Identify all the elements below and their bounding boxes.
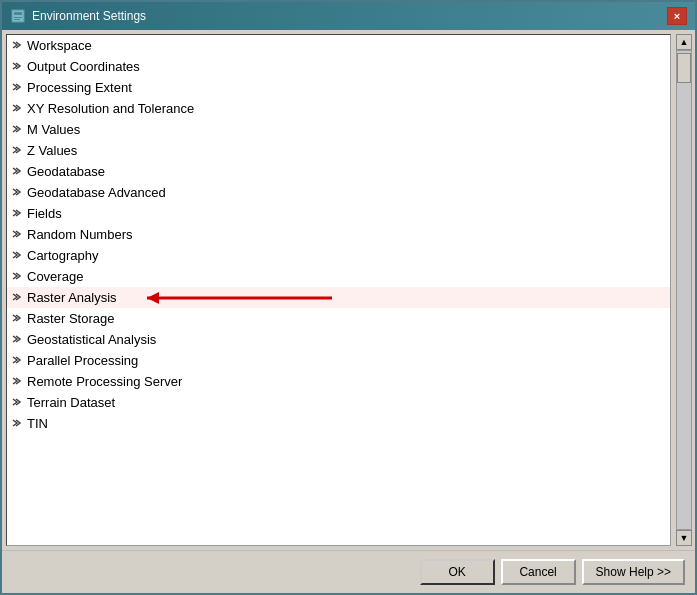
list-item-label-parallel-processing: Parallel Processing [27, 353, 138, 368]
dialog-icon [10, 8, 26, 24]
list-item-terrain-dataset[interactable]: Terrain Dataset [7, 392, 670, 413]
svg-rect-0 [12, 10, 24, 22]
svg-rect-3 [14, 19, 20, 20]
list-item-label-tin: TIN [27, 416, 48, 431]
list-item-workspace[interactable]: Workspace [7, 35, 670, 56]
expand-icon-remote-processing-server [11, 376, 23, 388]
list-item-label-processing-extent: Processing Extent [27, 80, 132, 95]
content-area: WorkspaceOutput CoordinatesProcessing Ex… [2, 30, 695, 550]
svg-rect-1 [14, 12, 22, 15]
list-item-m-values[interactable]: M Values [7, 119, 670, 140]
expand-icon-m-values [11, 124, 23, 136]
scrollbar[interactable]: ▲ ▼ [675, 34, 693, 546]
environment-settings-dialog: Environment Settings × WorkspaceOutput C… [0, 0, 697, 595]
footer: OK Cancel Show Help >> [2, 550, 695, 593]
expand-icon-raster-storage [11, 313, 23, 325]
expand-icon-cartography [11, 250, 23, 262]
expand-icon-tin [11, 418, 23, 430]
list-item-label-remote-processing-server: Remote Processing Server [27, 374, 182, 389]
list-item-geodatabase[interactable]: Geodatabase [7, 161, 670, 182]
expand-icon-coverage [11, 271, 23, 283]
list-item-label-m-values: M Values [27, 122, 80, 137]
list-item-cartography[interactable]: Cartography [7, 245, 670, 266]
svg-marker-5 [147, 292, 159, 304]
ok-button[interactable]: OK [420, 559, 495, 585]
expand-icon-raster-analysis [11, 292, 23, 304]
svg-rect-2 [14, 17, 22, 18]
list-item-processing-extent[interactable]: Processing Extent [7, 77, 670, 98]
title-bar-left: Environment Settings [10, 8, 146, 24]
list-item-raster-analysis[interactable]: Raster Analysis [7, 287, 670, 308]
list-item-coverage[interactable]: Coverage [7, 266, 670, 287]
settings-list[interactable]: WorkspaceOutput CoordinatesProcessing Ex… [6, 34, 671, 546]
list-item-geostatistical-analysis[interactable]: Geostatistical Analysis [7, 329, 670, 350]
list-item-output-coordinates[interactable]: Output Coordinates [7, 56, 670, 77]
expand-icon-output-coordinates [11, 61, 23, 73]
expand-icon-xy-resolution [11, 103, 23, 115]
list-item-label-random-numbers: Random Numbers [27, 227, 133, 242]
list-item-label-fields: Fields [27, 206, 62, 221]
list-item-z-values[interactable]: Z Values [7, 140, 670, 161]
scroll-up-button[interactable]: ▲ [676, 34, 692, 50]
expand-icon-processing-extent [11, 82, 23, 94]
expand-icon-random-numbers [11, 229, 23, 241]
list-item-xy-resolution[interactable]: XY Resolution and Tolerance [7, 98, 670, 119]
expand-icon-fields [11, 208, 23, 220]
expand-icon-z-values [11, 145, 23, 157]
cancel-button[interactable]: Cancel [501, 559, 576, 585]
list-item-label-workspace: Workspace [27, 38, 92, 53]
show-help-button[interactable]: Show Help >> [582, 559, 685, 585]
scroll-thumb[interactable] [677, 53, 691, 83]
expand-icon-geodatabase-advanced [11, 187, 23, 199]
list-item-parallel-processing[interactable]: Parallel Processing [7, 350, 670, 371]
list-item-random-numbers[interactable]: Random Numbers [7, 224, 670, 245]
close-button[interactable]: × [667, 7, 687, 25]
expand-icon-terrain-dataset [11, 397, 23, 409]
scroll-track[interactable] [676, 50, 692, 530]
list-item-remote-processing-server[interactable]: Remote Processing Server [7, 371, 670, 392]
list-item-label-raster-analysis: Raster Analysis [27, 290, 117, 305]
list-item-tin[interactable]: TIN [7, 413, 670, 434]
list-item-label-raster-storage: Raster Storage [27, 311, 114, 326]
expand-icon-workspace [11, 40, 23, 52]
list-item-raster-storage[interactable]: Raster Storage [7, 308, 670, 329]
dialog-title: Environment Settings [32, 9, 146, 23]
expand-icon-parallel-processing [11, 355, 23, 367]
list-item-label-geodatabase-advanced: Geodatabase Advanced [27, 185, 166, 200]
list-item-fields[interactable]: Fields [7, 203, 670, 224]
raster-analysis-arrow [137, 286, 337, 310]
list-item-label-xy-resolution: XY Resolution and Tolerance [27, 101, 194, 116]
list-item-label-geostatistical-analysis: Geostatistical Analysis [27, 332, 156, 347]
list-item-geodatabase-advanced[interactable]: Geodatabase Advanced [7, 182, 670, 203]
list-item-label-terrain-dataset: Terrain Dataset [27, 395, 115, 410]
expand-icon-geodatabase [11, 166, 23, 178]
list-item-label-geodatabase: Geodatabase [27, 164, 105, 179]
list-item-label-z-values: Z Values [27, 143, 77, 158]
list-item-label-output-coordinates: Output Coordinates [27, 59, 140, 74]
expand-icon-geostatistical-analysis [11, 334, 23, 346]
title-bar: Environment Settings × [2, 2, 695, 30]
list-item-label-cartography: Cartography [27, 248, 99, 263]
scroll-down-button[interactable]: ▼ [676, 530, 692, 546]
list-item-label-coverage: Coverage [27, 269, 83, 284]
